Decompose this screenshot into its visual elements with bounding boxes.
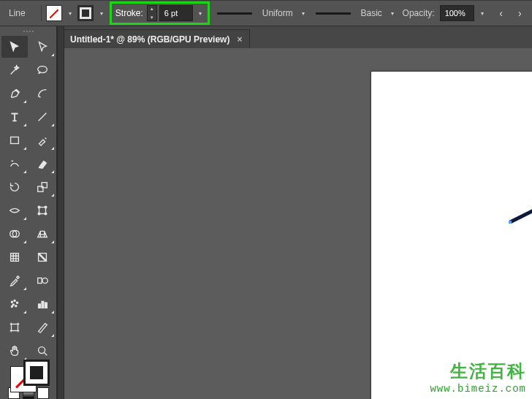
- hand-tool[interactable]: [1, 340, 28, 362]
- shape-builder-tool[interactable]: [1, 223, 28, 245]
- type-tool[interactable]: [1, 106, 28, 128]
- blend-tool[interactable]: [29, 270, 56, 292]
- document-tab-bar: Untitled-1* @ 89% (RGB/GPU Preview) ×: [0, 26, 532, 48]
- artboard[interactable]: [371, 72, 532, 399]
- rectangle-tool[interactable]: [1, 129, 28, 151]
- tool-mode-label: Line: [4, 8, 37, 18]
- opacity-dropdown[interactable]: ▾: [477, 5, 487, 21]
- overflow-prev-button[interactable]: ‹: [493, 5, 509, 21]
- panel-collapse-strip[interactable]: [57, 26, 64, 399]
- rotate-tool[interactable]: [1, 176, 28, 198]
- overflow-next-button[interactable]: ›: [512, 5, 528, 21]
- brush-definition-label: Basic: [359, 8, 384, 18]
- variable-width-profile-preview[interactable]: [213, 5, 257, 21]
- svg-point-7: [45, 213, 47, 215]
- svg-point-18: [15, 305, 16, 307]
- selection-tool[interactable]: [1, 36, 28, 58]
- stroke-weight-stepper[interactable]: ▴▾: [147, 5, 157, 21]
- variable-width-profile-label: Uniform: [260, 8, 295, 18]
- svg-point-16: [16, 302, 18, 303]
- fill-stroke-indicator[interactable]: [7, 366, 50, 386]
- brush-definition-dropdown[interactable]: ▾: [387, 5, 398, 21]
- svg-rect-10: [10, 254, 18, 262]
- direct-selection-tool[interactable]: [29, 36, 56, 58]
- lasso-tool[interactable]: [29, 59, 56, 81]
- artboard-tool[interactable]: [1, 316, 28, 338]
- fill-dropdown[interactable]: ▾: [65, 5, 75, 21]
- watermark-url: www.bimeiz.com: [430, 383, 526, 395]
- svg-point-5: [45, 206, 47, 208]
- tools-panel: [0, 26, 57, 399]
- document-tab[interactable]: Untitled-1* @ 89% (RGB/GPU Preview) ×: [63, 29, 250, 48]
- stroke-swatch[interactable]: [77, 5, 94, 21]
- stroke-weight-dropdown[interactable]: ▾: [195, 5, 205, 21]
- svg-point-4: [38, 206, 40, 208]
- watermark: 生活百科 www.bimeiz.com: [430, 360, 526, 395]
- fill-swatch[interactable]: [46, 5, 62, 21]
- stroke-label: Stroke:: [114, 8, 145, 18]
- stroke-dropdown[interactable]: ▾: [96, 5, 107, 21]
- stroke-weight-input[interactable]: 6 pt: [159, 5, 193, 21]
- variable-width-profile-dropdown[interactable]: ▾: [298, 5, 308, 21]
- symbol-sprayer-tool[interactable]: [1, 293, 28, 315]
- column-graph-tool[interactable]: [29, 293, 56, 315]
- svg-point-24: [38, 347, 45, 354]
- slice-tool[interactable]: [29, 316, 56, 338]
- stroke-weight-group: Stroke: ▴▾ 6 pt ▾: [110, 1, 210, 25]
- brush-definition-preview[interactable]: [311, 5, 356, 21]
- free-transform-tool[interactable]: [29, 200, 56, 221]
- svg-point-14: [11, 301, 12, 303]
- magic-wand-tool[interactable]: [1, 59, 28, 81]
- mesh-tool[interactable]: [1, 246, 28, 268]
- svg-rect-20: [38, 304, 40, 308]
- svg-point-17: [12, 304, 14, 305]
- scale-tool[interactable]: [29, 176, 56, 198]
- svg-rect-2: [42, 183, 47, 188]
- document-tab-title: Untitled-1* @ 89% (RGB/GPU Preview): [70, 34, 229, 45]
- close-tab-icon[interactable]: ×: [237, 34, 242, 45]
- gradient-tool[interactable]: [29, 246, 56, 268]
- svg-rect-23: [11, 324, 18, 331]
- perspective-grid-tool[interactable]: [29, 223, 56, 245]
- zoom-tool[interactable]: [29, 340, 56, 362]
- svg-rect-1: [37, 186, 42, 191]
- panel-grip[interactable]: [7, 31, 50, 33]
- paintbrush-tool[interactable]: [29, 129, 56, 151]
- line-segment-tool[interactable]: [29, 106, 56, 128]
- shaper-tool[interactable]: [1, 153, 28, 175]
- canvas-area[interactable]: [64, 48, 532, 399]
- opacity-input[interactable]: 100%: [440, 5, 474, 21]
- control-bar: Line ▾ ▾ Stroke: ▴▾ 6 pt ▾ Uniform ▾ Bas…: [0, 0, 532, 26]
- width-tool[interactable]: [1, 200, 28, 221]
- svg-rect-12: [37, 278, 41, 284]
- svg-point-13: [42, 278, 48, 284]
- pen-tool[interactable]: [1, 83, 28, 104]
- svg-point-19: [11, 306, 12, 308]
- curvature-tool[interactable]: [29, 83, 56, 104]
- svg-rect-26: [509, 221, 512, 224]
- svg-point-15: [13, 300, 15, 302]
- svg-point-6: [38, 213, 40, 215]
- eraser-tool[interactable]: [29, 153, 56, 175]
- watermark-text: 生活百科: [430, 360, 526, 383]
- opacity-label: Opacity:: [400, 8, 437, 18]
- svg-rect-21: [42, 302, 44, 308]
- divider: [41, 5, 42, 21]
- drawn-line-object[interactable]: [509, 209, 532, 224]
- stroke-color-indicator[interactable]: [23, 360, 50, 386]
- eyedropper-tool[interactable]: [1, 270, 28, 292]
- svg-rect-0: [10, 137, 18, 144]
- svg-rect-22: [45, 303, 47, 308]
- color-mode-none[interactable]: [37, 387, 49, 399]
- svg-line-25: [510, 210, 532, 222]
